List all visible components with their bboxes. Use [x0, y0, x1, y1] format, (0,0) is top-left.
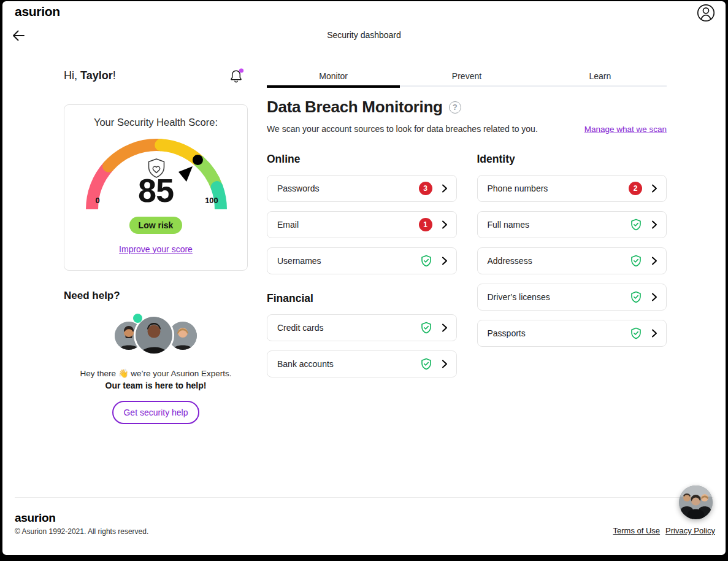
- scale-min-label: 0: [90, 196, 105, 205]
- breach-item-email[interactable]: Email 1: [267, 211, 457, 238]
- get-security-help-button[interactable]: Get security help: [112, 401, 199, 424]
- alert-count-badge: 3: [419, 182, 432, 195]
- shield-check-icon: [630, 291, 642, 303]
- alert-count-badge: 2: [629, 182, 642, 195]
- shield-check-icon: [630, 219, 642, 231]
- financial-section-title: Financial: [267, 292, 457, 305]
- shield-check-icon: [630, 255, 642, 267]
- scale-max-label: 100: [201, 196, 223, 205]
- security-score-card: Your Security Health Score: 85 0 100 Low…: [64, 104, 248, 271]
- tab-learn[interactable]: Learn: [534, 68, 667, 85]
- score-marker-dot: [193, 155, 203, 165]
- chevron-right-icon: [442, 360, 448, 368]
- footer-links: Terms of Use Privacy Policy: [613, 526, 716, 535]
- breach-item-phone-numbers[interactable]: Phone numbers 2: [477, 175, 667, 202]
- experts-avatars: [64, 311, 248, 360]
- column-identity: Identity Phone numbers 2 Full names Addr…: [477, 153, 667, 387]
- chevron-right-icon: [651, 257, 657, 265]
- identity-section-title: Identity: [477, 153, 667, 166]
- breach-item-credit-cards[interactable]: Credit cards: [267, 314, 457, 341]
- tab-prevent[interactable]: Prevent: [400, 68, 533, 85]
- breach-item-passports[interactable]: Passports: [477, 320, 667, 347]
- alert-count-badge: 1: [419, 218, 432, 231]
- risk-badge: Low risk: [64, 217, 247, 234]
- greeting: Hi, Taylor!: [64, 69, 116, 82]
- chat-experts-avatar[interactable]: [679, 486, 713, 519]
- chevron-right-icon: [651, 184, 657, 193]
- breach-item-passwords[interactable]: Passwords 3: [267, 175, 457, 202]
- chevron-right-icon: [651, 329, 657, 338]
- breach-item-addresses[interactable]: Addressess: [477, 247, 667, 274]
- breach-item-full-names[interactable]: Full names: [477, 211, 667, 238]
- user-name: Taylor: [80, 69, 113, 82]
- chevron-right-icon: [651, 293, 657, 301]
- chevron-right-icon: [442, 184, 448, 193]
- tab-monitor[interactable]: Monitor: [267, 68, 400, 85]
- account-icon[interactable]: [696, 3, 716, 23]
- breach-item-drivers-licenses[interactable]: Driver’s licenses: [477, 284, 667, 311]
- footer-asurion-logo: asurion: [15, 511, 56, 525]
- chevron-right-icon: [442, 257, 448, 265]
- breach-item-usernames[interactable]: Usernames: [267, 247, 457, 274]
- chevron-right-icon: [651, 220, 657, 229]
- shield-check-icon: [630, 327, 642, 339]
- breach-item-bank-accounts[interactable]: Bank accounts: [267, 350, 457, 377]
- page-title: Security dashboard: [2, 30, 726, 40]
- privacy-policy-link[interactable]: Privacy Policy: [665, 526, 715, 535]
- online-status-dot: [133, 314, 142, 323]
- shield-check-icon: [420, 358, 432, 370]
- manage-scan-link[interactable]: Manage what we scan: [584, 125, 667, 134]
- section-heading: Data Breach Monitoring: [267, 98, 443, 117]
- chevron-right-icon: [442, 323, 448, 332]
- section-description: We scan your account sources to look for…: [267, 124, 538, 134]
- shield-check-icon: [420, 322, 432, 334]
- notification-bell-icon[interactable]: [228, 67, 245, 85]
- chevron-right-icon: [442, 220, 448, 229]
- copyright-text: © Asurion 1992-2021. All rights reserved…: [15, 527, 148, 536]
- monitor-panel: Monitor Prevent Learn Data Breach Monito…: [267, 68, 667, 387]
- column-online-financial: Online Passwords 3 Email 1 Usernames Fin…: [267, 153, 457, 387]
- help-tooltip-icon[interactable]: ?: [449, 101, 461, 114]
- experts-message: Hey there 👋 we’re your Asurion Experts.: [55, 368, 257, 378]
- notification-dot: [239, 68, 243, 72]
- footer-divider: [15, 497, 713, 498]
- improve-score-link[interactable]: Improve your score: [119, 244, 193, 254]
- online-section-title: Online: [267, 153, 457, 166]
- experts-message-bold: Our team is here to help!: [55, 381, 257, 390]
- terms-of-use-link[interactable]: Terms of Use: [613, 526, 661, 535]
- need-help-title: Need help?: [64, 290, 120, 302]
- asurion-logo: asurion: [15, 4, 60, 19]
- shield-check-icon: [420, 255, 432, 267]
- security-dashboard-page: asurion Security dashboard Hi, Taylor! Y…: [2, 1, 726, 555]
- score-card-title: Your Security Health Score:: [64, 117, 247, 128]
- tab-bar: Monitor Prevent Learn: [267, 68, 667, 87]
